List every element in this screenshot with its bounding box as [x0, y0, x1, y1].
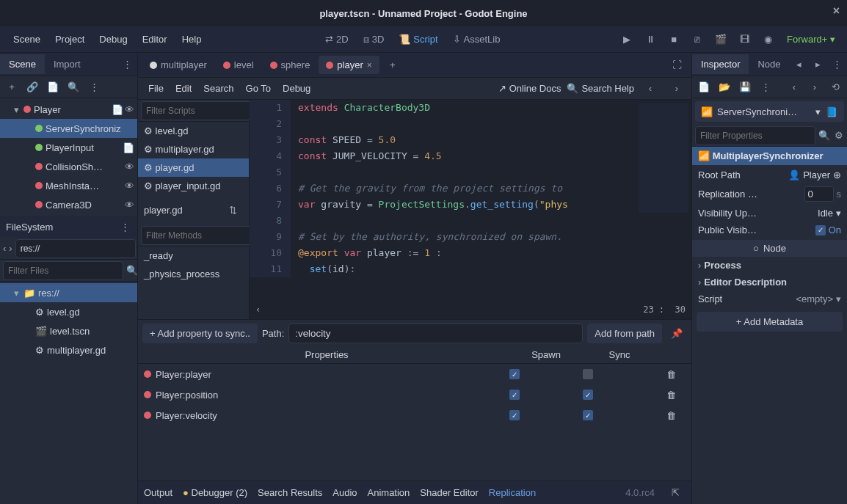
script-icon[interactable]: 📄: [112, 104, 123, 115]
script-menu-file[interactable]: File: [142, 80, 170, 97]
fs-item[interactable]: ⚙multiplayer.gd: [0, 340, 137, 359]
pin-icon[interactable]: 📌: [666, 323, 687, 343]
play-scene-button[interactable]: 🎬: [710, 29, 731, 50]
inspector-node-section[interactable]: ○ Node: [692, 240, 847, 257]
add-node-button[interactable]: +: [3, 78, 21, 96]
add-from-path-button[interactable]: Add from path: [587, 324, 662, 343]
menu-project[interactable]: Project: [48, 29, 92, 49]
dock-options-icon[interactable]: ⋮: [828, 54, 847, 75]
tab-import[interactable]: Import: [45, 54, 90, 74]
menu-help[interactable]: Help: [175, 29, 209, 49]
number-input[interactable]: [804, 186, 834, 202]
scene-tree[interactable]: ▾Player📄👁ServerSynchronizPlayerInput📄Col…: [0, 98, 137, 216]
sync-checkbox[interactable]: [583, 369, 593, 379]
code-editor[interactable]: 1234567891011 extends CharacterBody3Dcon…: [250, 100, 691, 319]
filter-props-search-icon[interactable]: 🔍: [818, 127, 830, 145]
assign-icon[interactable]: ⊕: [833, 169, 841, 180]
dock-options-icon[interactable]: ⋮: [117, 54, 137, 75]
viewport-2d-button[interactable]: ⇄ 2D: [319, 31, 355, 48]
script-menu-edit[interactable]: Edit: [170, 80, 197, 97]
add-metadata-button[interactable]: + Add Metadata: [697, 312, 843, 332]
menu-debug[interactable]: Debug: [92, 29, 134, 49]
history-back-icon[interactable]: ‹: [785, 78, 803, 96]
filter-scripts-field[interactable]: [141, 101, 261, 120]
expand-bottom-icon[interactable]: ⇱: [665, 483, 686, 503]
tab-node[interactable]: Node: [749, 54, 789, 74]
fs-item[interactable]: ▾📁res://: [0, 283, 137, 302]
filter-properties-field[interactable]: [695, 126, 815, 145]
scene-tree-options-icon[interactable]: ⋮: [85, 78, 103, 96]
online-docs-link[interactable]: ↗ Online Docs: [498, 83, 561, 94]
scene-node[interactable]: CollisionSh…👁: [0, 157, 137, 176]
path-input[interactable]: [288, 324, 583, 343]
scene-node[interactable]: MeshInsta…👁: [0, 176, 137, 195]
scene-tab[interactable]: multiplayer: [142, 56, 214, 74]
fs-item[interactable]: 🎬level.tscn: [0, 321, 137, 340]
load-resource-icon[interactable]: 📂: [716, 78, 733, 96]
sync-checkbox[interactable]: ✓: [583, 410, 593, 420]
delete-icon[interactable]: 🗑: [666, 410, 676, 421]
visibility-icon[interactable]: 👁: [125, 104, 134, 115]
script-list-item[interactable]: ⚙ multiplayer.gd: [138, 140, 249, 158]
bottom-tab[interactable]: Output: [144, 487, 172, 498]
filesystem-tree[interactable]: ▾📁res://⚙level.gd🎬level.tscn⚙multiplayer…: [0, 282, 137, 504]
add-property-button[interactable]: + Add property to sync..: [142, 324, 258, 343]
method-list-item[interactable]: _physics_process: [138, 265, 249, 283]
search-nodes-icon[interactable]: 🔍: [65, 78, 82, 96]
scene-node[interactable]: ▾Player📄👁: [0, 100, 137, 119]
script-list-item[interactable]: ⚙ player.gd: [138, 158, 249, 177]
scene-tab[interactable]: player×: [319, 56, 379, 74]
scene-tab[interactable]: level: [216, 56, 261, 74]
bottom-tab[interactable]: Animation: [368, 487, 410, 498]
script-menu-search[interactable]: Search: [197, 80, 239, 97]
close-tab-icon[interactable]: ×: [367, 60, 372, 70]
filesystem-options-icon[interactable]: ⋮: [118, 220, 131, 233]
script-menu-go-to[interactable]: Go To: [240, 80, 277, 97]
remote-debug-icon[interactable]: ⎚: [687, 29, 708, 50]
spawn-checkbox[interactable]: ✓: [509, 369, 520, 379]
fs-filter-field[interactable]: [3, 261, 123, 280]
script-nav-fwd[interactable]: ›: [666, 78, 687, 99]
history-fwd-icon[interactable]: ›: [806, 78, 824, 96]
search-help-link[interactable]: 🔍 Search Help: [567, 83, 634, 94]
bottom-tab[interactable]: Audio: [332, 487, 357, 498]
dock-prev-icon[interactable]: ◂: [790, 54, 809, 75]
dropdown-icon[interactable]: ▾: [836, 208, 841, 219]
visibility-icon[interactable]: 👁: [125, 200, 134, 211]
spawn-checkbox[interactable]: ✓: [509, 390, 520, 400]
scene-node[interactable]: Camera3D👁: [0, 195, 137, 214]
script-list-item[interactable]: ⚙ player_input.gd: [138, 177, 249, 195]
visibility-icon[interactable]: 👁: [125, 180, 134, 191]
save-resource-icon[interactable]: 💾: [736, 78, 754, 96]
tab-inspector[interactable]: Inspector: [692, 54, 749, 74]
script-list-item[interactable]: ⚙ level.gd: [138, 122, 249, 140]
bottom-tab[interactable]: Shader Editor: [420, 487, 479, 498]
tab-scene[interactable]: Scene: [0, 54, 45, 74]
fs-fwd-button[interactable]: ›: [9, 240, 12, 258]
open-docs-icon[interactable]: 📘: [825, 105, 838, 118]
add-tab-button[interactable]: +: [382, 55, 403, 76]
bottom-tab[interactable]: ● Debugger (2): [183, 487, 247, 498]
inspected-node-dropdown[interactable]: 📶 ServerSynchroni… ▾ 📘: [695, 101, 844, 122]
fs-back-button[interactable]: ‹: [3, 240, 6, 258]
attach-script-button[interactable]: 📄: [44, 78, 62, 96]
render-mode-dropdown[interactable]: Forward+ ▾: [781, 34, 841, 45]
pause-button[interactable]: ⏸: [640, 29, 661, 50]
visibility-icon[interactable]: 👁: [125, 161, 134, 172]
spawn-checkbox[interactable]: ✓: [509, 410, 520, 420]
script-prop-value[interactable]: <empty> ▾: [782, 293, 841, 304]
stop-button[interactable]: ■: [664, 29, 684, 50]
delete-icon[interactable]: 🗑: [666, 369, 676, 380]
history-icon[interactable]: ⟲: [826, 78, 844, 96]
play-custom-button[interactable]: 🎞: [734, 29, 755, 50]
bottom-tab[interactable]: Replication: [489, 487, 536, 498]
inspector-section[interactable]: Editor Description: [692, 274, 847, 291]
play-project-button[interactable]: ▶: [617, 29, 637, 50]
sync-checkbox[interactable]: ✓: [583, 390, 593, 400]
script-sort-icon[interactable]: ⇅: [222, 200, 243, 220]
fs-item[interactable]: ⚙level.gd: [0, 302, 137, 321]
movie-maker-button[interactable]: ◉: [757, 29, 778, 50]
bottom-tab[interactable]: Search Results: [258, 487, 322, 498]
filter-methods-field[interactable]: [141, 226, 261, 245]
script-menu-debug[interactable]: Debug: [277, 80, 316, 97]
